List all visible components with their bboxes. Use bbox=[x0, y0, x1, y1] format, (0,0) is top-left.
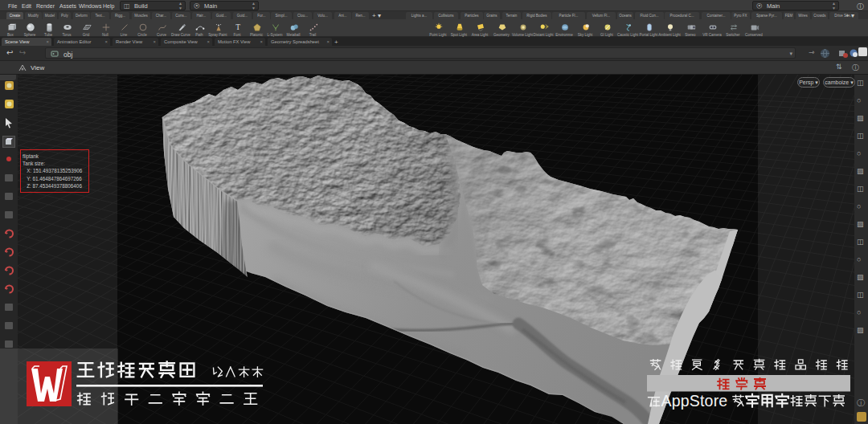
svg-text:AppStore: AppStore bbox=[661, 392, 728, 410]
svg-text:T: T bbox=[235, 23, 240, 31]
